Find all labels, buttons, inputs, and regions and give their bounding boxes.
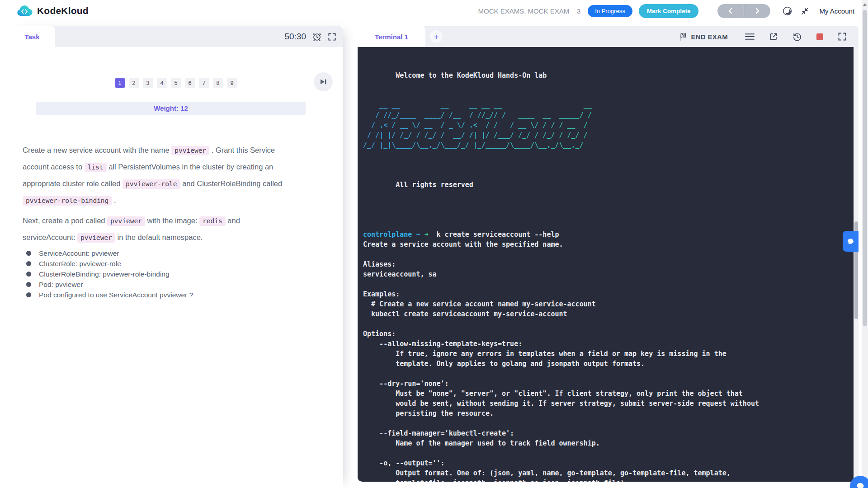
bullet-icon [26,272,31,277]
hamburger-menu-icon [745,33,755,40]
stop-square-icon [816,33,823,40]
checklist-item: Pod: pvviewer [26,281,193,288]
tab-terminal-1[interactable]: Terminal 1 [358,26,425,47]
end-exam-button[interactable]: END EXAM [677,32,731,42]
restart-lab-button[interactable] [793,32,802,42]
tab-task[interactable]: Task [9,26,55,47]
task-page-button-9[interactable]: 9 [227,78,237,88]
my-account-menu[interactable]: My Account [819,7,854,15]
task-panel: Task 50:30 123456789 [9,26,343,488]
add-terminal-button[interactable]: + [430,30,443,43]
terminal-body-text: All rights reserved controlplane ~ ➜ k c… [363,170,854,482]
task-tab-bar: Task 50:30 [9,26,343,47]
fullscreen-icon [838,32,847,41]
task-page-button-3[interactable]: 3 [143,78,153,88]
terminal-actions: END EXAM [677,32,859,42]
collapse-icon [801,7,809,15]
prompt-arrow: ➜ [424,230,436,239]
terminal-fullscreen-button[interactable] [838,32,847,41]
task-page-button-8[interactable]: 8 [213,78,223,88]
task-paragraph: Next, create a pod called pvviewer with … [23,212,289,246]
bullet-icon [26,251,31,256]
terminal-output: Welcome to the KodeKloud Hands-On lab __… [358,47,854,482]
dark-mode-toggle[interactable] [782,6,793,16]
status-badge: In Progress [588,5,632,17]
history-restore-icon [793,32,802,42]
chat-side-button[interactable] [843,231,859,252]
stop-lab-button[interactable] [816,33,823,40]
brand: KodeKloud [16,0,89,22]
kodekloud-ascii-banner: __ __ __ __ __ __ __ / //_/____ ____/ /_… [363,100,854,150]
checklist-item: ServiceAccount: pvviewer [26,249,193,257]
inline-code: pvviewer [77,233,115,243]
inline-code: pvviewer-role-binding [23,196,112,206]
alarm-clock-icon [312,32,322,42]
page-scrollbar-thumb[interactable] [863,10,867,326]
bullet-icon [26,282,31,287]
collapse-view-button[interactable] [801,7,809,15]
terminal-menu-button[interactable] [745,33,755,40]
open-in-new-window-button[interactable] [769,32,778,41]
exam-timer: 50:30 [284,32,306,42]
question-nav-group [717,4,770,18]
task-page-button-1[interactable]: 1 [115,78,125,88]
inline-code: redis [199,216,226,226]
bullet-icon [26,292,31,297]
bullet-icon [26,261,31,266]
task-page-button-5[interactable]: 5 [171,78,181,88]
question-pager: 123456789 [9,78,343,88]
question-weight: Weight: 12 [36,102,306,115]
inline-code: pvviewer-role [123,179,180,189]
checklist-item: Pod configured to use ServiceAccount pvv… [26,291,193,299]
moon-icon [782,6,793,16]
chat-bubble-icon [856,482,865,488]
task-description: Create a new service account with the na… [23,142,289,246]
task-paragraph: Create a new service account with the na… [23,142,289,209]
next-question-button[interactable] [744,4,770,18]
app-header: KodeKloud MOCK EXAMS, MOCK EXAM – 3 In P… [0,0,868,22]
exam-title: MOCK EXAMS, MOCK EXAM – 3 [478,7,580,15]
brand-name: KodeKloud [37,5,89,16]
terminal-screen[interactable]: Welcome to the KodeKloud Hands-On lab __… [358,47,859,482]
terminal-panel: Terminal 1 + END EXAM [358,26,859,482]
flag-icon [679,33,687,41]
chevron-left-icon [727,8,734,14]
scroll-up-arrow-icon[interactable] [863,3,867,6]
chevron-right-icon [754,8,760,14]
timer-cluster: 50:30 [284,32,343,42]
kodekloud-logo-icon [16,4,33,18]
task-page-button-2[interactable]: 2 [129,78,139,88]
terminal-scrollbar[interactable] [854,47,859,482]
task-page-button-4[interactable]: 4 [157,78,167,88]
task-page-button-7[interactable]: 7 [199,78,209,88]
prev-question-button[interactable] [717,4,744,18]
skip-next-icon [319,78,327,86]
app-root: KodeKloud MOCK EXAMS, MOCK EXAM – 3 In P… [0,0,868,488]
skip-to-next-button[interactable] [314,72,333,91]
checklist-item: ClusterRole: pvviewer-role [26,260,193,267]
terminal-welcome-line: Welcome to the KodeKloud Hands-On lab [363,70,854,80]
fullscreen-icon [328,33,336,41]
checklist-item: ClusterRoleBinding: pvviewer-role-bindin… [26,270,193,278]
terminal-tab-bar: Terminal 1 + END EXAM [358,26,859,47]
end-exam-label: END EXAM [691,33,728,41]
task-fullscreen-button[interactable] [328,33,336,41]
inline-code: list [85,163,107,172]
mark-complete-button[interactable]: Mark Complete [639,4,699,18]
task-page-button-6[interactable]: 6 [185,78,195,88]
page-scrollbar[interactable] [862,0,868,488]
header-actions: MOCK EXAMS, MOCK EXAM – 3 In Progress Ma… [478,0,854,22]
chat-bubble-icon [847,238,854,245]
prompt-host: controlplane ~ [363,230,424,239]
inline-code: pvviewer [107,216,145,226]
inline-code: pvviewer [171,146,209,155]
external-link-icon [769,32,778,41]
task-checklist: ServiceAccount: pvviewerClusterRole: pvv… [26,249,193,301]
